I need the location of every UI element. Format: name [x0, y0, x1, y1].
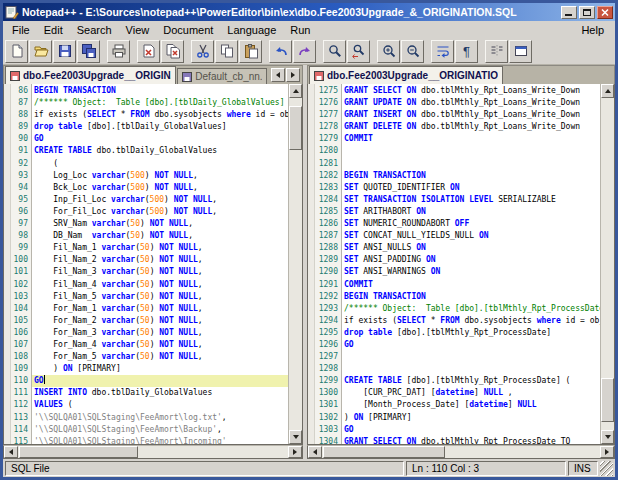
code-line[interactable]: drop table [dbo].[tblDaily_GlobalValues]: [32, 121, 288, 133]
bookmark-margin[interactable]: [308, 84, 315, 444]
code-line[interactable]: For_Nam_5 varchar(50) NOT NULL,: [32, 351, 288, 363]
code-line[interactable]: SET ARITHABORT ON: [342, 206, 600, 218]
tab-dbo-fee2003upgrade-originatio[interactable]: dbo.Fee2003Upgrade__ORIGINATIO: [309, 66, 503, 84]
line-number[interactable]: 100: [12, 254, 28, 266]
line-number[interactable]: 88: [12, 109, 28, 121]
line-number[interactable]: 1286: [316, 218, 338, 230]
line-number[interactable]: 1276: [316, 97, 338, 109]
vertical-scroll-thumb[interactable]: [289, 106, 302, 150]
code-line[interactable]: Fil_Nam_4 varchar(50) NOT NULL,: [32, 279, 288, 291]
line-number[interactable]: 107: [12, 339, 28, 351]
line-number-margin[interactable]: 1275127612771278127912801281128212831284…: [315, 84, 342, 444]
code-line[interactable]: For_Nam_3 varchar(50) NOT NULL,: [32, 327, 288, 339]
code-line[interactable]: [342, 158, 600, 170]
code-line[interactable]: BEGIN TRANSACTION: [342, 291, 600, 303]
line-number[interactable]: 1295: [316, 327, 338, 339]
undo-button[interactable]: [269, 40, 292, 63]
code-line[interactable]: SET CONCAT_NULL_YIELDS_NULL ON: [342, 230, 600, 242]
line-number[interactable]: 91: [12, 145, 28, 157]
zoom-in-button[interactable]: [377, 40, 400, 63]
line-number[interactable]: 1287: [316, 230, 338, 242]
code-line[interactable]: GO: [32, 375, 288, 387]
line-number[interactable]: 92: [12, 158, 28, 170]
line-number[interactable]: 109: [12, 363, 28, 375]
line-number[interactable]: 1296: [316, 339, 338, 351]
close-button[interactable]: [597, 6, 613, 19]
code-line[interactable]: [342, 145, 600, 157]
code-line[interactable]: For_Fil_Loc varchar(500) NOT NULL,: [32, 206, 288, 218]
code-line[interactable]: /****** Object: Table [dbo].[tblMthly_Rp…: [342, 303, 600, 315]
horizontal-scrollbar[interactable]: [307, 445, 615, 459]
tab-dbo-fee2003upgrade-originatio[interactable]: dbo.Fee2003Upgrade__ORIGINATIO: [5, 66, 176, 84]
code-line[interactable]: CREATE TABLE [dbo].[tblMthly_Rpt_Process…: [342, 375, 600, 387]
code-line[interactable]: CREATE TABLE dbo.tblDaily_GlobalValues: [32, 145, 288, 157]
code-line[interactable]: GRANT INSERT ON dbo.tblMthly_Rpt_Loans_W…: [342, 109, 600, 121]
code-line[interactable]: COMMIT: [342, 133, 600, 145]
tab-scroll-right-button[interactable]: [286, 68, 300, 82]
vertical-scroll-thumb[interactable]: [601, 378, 614, 422]
line-number[interactable]: 1300: [316, 387, 338, 399]
line-number[interactable]: 99: [12, 242, 28, 254]
line-number[interactable]: 98: [12, 230, 28, 242]
code-line[interactable]: SET TRANSACTION ISOLATION LEVEL SERIALIZ…: [342, 194, 600, 206]
replace-button[interactable]: [347, 40, 370, 63]
tab-scroll-left-button[interactable]: [271, 68, 285, 82]
code-line[interactable]: if exists (SELECT * FROM dbo.sysobjects …: [342, 315, 600, 327]
code-line[interactable]: DB_Nam varchar(50) NOT NULL,: [32, 230, 288, 242]
code-line[interactable]: GO: [342, 339, 600, 351]
code-line[interactable]: '\\SQLQA01\SQLStaging\FeeAmort\Incoming': [32, 436, 288, 444]
menu-item-edit[interactable]: Edit: [37, 23, 70, 37]
code-area[interactable]: GRANT SELECT ON dbo.tblMthly_Rpt_Loans_W…: [342, 84, 600, 444]
code-line[interactable]: SET NUMERIC_ROUNDABORT OFF: [342, 218, 600, 230]
code-line[interactable]: INSERT INTO dbo.tblDaily_GlobalValues: [32, 387, 288, 399]
vertical-scrollbar[interactable]: [288, 84, 302, 444]
show-all-characters-button[interactable]: ¶: [455, 40, 478, 63]
scroll-down-button[interactable]: [601, 430, 614, 444]
line-number[interactable]: 112: [12, 399, 28, 411]
scroll-down-button[interactable]: [289, 430, 302, 444]
find-button[interactable]: [323, 40, 346, 63]
line-number[interactable]: 1304: [316, 436, 338, 444]
vertical-scroll-track[interactable]: [601, 98, 614, 430]
line-number-margin[interactable]: 8687888990919293949596979899100101102103…: [11, 84, 32, 444]
code-line[interactable]: drop table [dbo].[tblMthly_Rpt_ProcessDa…: [342, 327, 600, 339]
close-file-button[interactable]: [137, 40, 160, 63]
horizontal-scroll-thumb[interactable]: [323, 446, 445, 458]
maximize-button[interactable]: [579, 6, 595, 19]
line-number[interactable]: 94: [12, 182, 28, 194]
line-number[interactable]: 95: [12, 194, 28, 206]
scroll-right-button[interactable]: [288, 446, 302, 458]
line-number[interactable]: 1299: [316, 375, 338, 387]
cut-button[interactable]: [191, 40, 214, 63]
code-line[interactable]: SRV_Nam varchar(50) NOT NULL,: [32, 218, 288, 230]
line-number[interactable]: 1277: [316, 109, 338, 121]
code-line[interactable]: SET ANSI_WARNINGS ON: [342, 266, 600, 278]
code-line[interactable]: SET ANSI_PADDING ON: [342, 254, 600, 266]
code-line[interactable]: Fil_Nam_3 varchar(50) NOT NULL,: [32, 266, 288, 278]
code-line[interactable]: [Month_Process_Date] [datetime] NULL: [342, 399, 600, 411]
line-number[interactable]: 115: [12, 436, 28, 444]
code-area[interactable]: BEGIN TRANSACTION/****** Object: Table […: [32, 84, 288, 444]
line-number[interactable]: 1275: [316, 85, 338, 97]
line-number[interactable]: 114: [12, 424, 28, 436]
code-line[interactable]: VALUES (: [32, 399, 288, 411]
code-line[interactable]: For_Nam_2 varchar(50) NOT NULL,: [32, 315, 288, 327]
code-line[interactable]: GO: [32, 133, 288, 145]
line-number[interactable]: 1283: [316, 182, 338, 194]
scroll-right-button[interactable]: [600, 446, 614, 458]
line-number[interactable]: 108: [12, 351, 28, 363]
menu-item-help[interactable]: Help: [574, 23, 613, 37]
scroll-left-button[interactable]: [4, 446, 18, 458]
code-line[interactable]: [342, 351, 600, 363]
line-number[interactable]: 1280: [316, 145, 338, 157]
menu-item-file[interactable]: File: [5, 23, 37, 37]
menu-item-run[interactable]: Run: [283, 23, 317, 37]
line-number[interactable]: 1288: [316, 242, 338, 254]
new-file-button[interactable]: [5, 40, 28, 63]
open-file-button[interactable]: [29, 40, 52, 63]
menu-item-language[interactable]: Language: [220, 23, 283, 37]
indent-guide-button[interactable]: [485, 40, 508, 63]
line-number[interactable]: 89: [12, 121, 28, 133]
line-number[interactable]: 1284: [316, 194, 338, 206]
menu-item-view[interactable]: View: [119, 23, 157, 37]
